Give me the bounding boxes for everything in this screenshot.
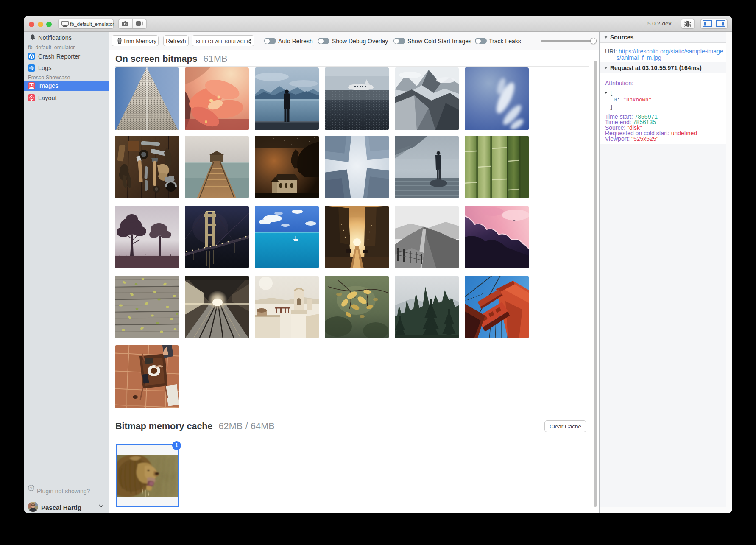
svg-text:?: ? [30, 486, 32, 490]
